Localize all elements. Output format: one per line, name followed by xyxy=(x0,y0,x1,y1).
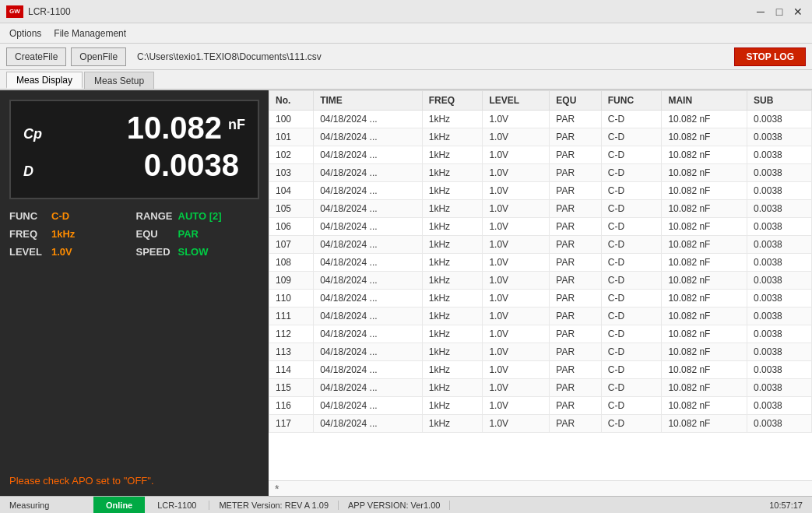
table-cell-sub: 0.0038 xyxy=(747,361,812,379)
table-cell-func: C-D xyxy=(601,379,662,397)
table-cell-level: 1.0V xyxy=(483,254,550,272)
table-cell-main: 10.082 nF xyxy=(662,397,747,415)
table-cell-equ: PAR xyxy=(550,307,601,325)
table-cell-func: C-D xyxy=(601,272,662,290)
table-row[interactable]: 11704/18/2024 ...1kHz1.0VPARC-D10.082 nF… xyxy=(269,415,812,433)
table-cell-func: C-D xyxy=(601,415,662,433)
table-cell-time: 04/18/2024 ... xyxy=(314,128,423,146)
table-row[interactable]: 10804/18/2024 ...1kHz1.0VPARC-D10.082 nF… xyxy=(269,254,812,272)
table-row[interactable]: 10604/18/2024 ...1kHz1.0VPARC-D10.082 nF… xyxy=(269,218,812,236)
table-row[interactable]: 10304/18/2024 ...1kHz1.0VPARC-D10.082 nF… xyxy=(269,164,812,182)
measurement-display: Cp 10.082 nF D 0.0038 xyxy=(9,100,259,199)
table-cell-no: 114 xyxy=(269,361,314,379)
table-cell-level: 1.0V xyxy=(483,164,550,182)
col-header-sub: SUB xyxy=(747,91,812,111)
table-row[interactable]: 11104/18/2024 ...1kHz1.0VPARC-D10.082 nF… xyxy=(269,307,812,325)
tab-bar: Meas Display Meas Setup xyxy=(0,70,812,90)
table-cell-freq: 1kHz xyxy=(422,164,483,182)
table-row[interactable]: 11204/18/2024 ...1kHz1.0VPARC-D10.082 nF… xyxy=(269,325,812,343)
table-row[interactable]: 10204/18/2024 ...1kHz1.0VPARC-D10.082 nF… xyxy=(269,146,812,164)
table-row[interactable]: 10504/18/2024 ...1kHz1.0VPARC-D10.082 nF… xyxy=(269,200,812,218)
app-logo: GW xyxy=(6,5,23,18)
table-cell-freq: 1kHz xyxy=(422,290,483,307)
table-cell-level: 1.0V xyxy=(483,272,550,290)
table-row[interactable]: 11404/18/2024 ...1kHz1.0VPARC-D10.082 nF… xyxy=(269,361,812,379)
tab-meas-setup[interactable]: Meas Setup xyxy=(84,72,154,89)
param-value-freq: 1kHz xyxy=(51,228,75,240)
table-row[interactable]: 10704/18/2024 ...1kHz1.0VPARC-D10.082 nF… xyxy=(269,236,812,254)
param-key-level: LEVEL xyxy=(9,246,47,258)
open-file-button[interactable]: OpenFile xyxy=(71,47,126,66)
table-row[interactable]: 11004/18/2024 ...1kHz1.0VPARC-D10.082 nF… xyxy=(269,290,812,307)
table-cell-func: C-D xyxy=(601,236,662,254)
primary-unit: nF xyxy=(228,112,245,133)
table-cell-freq: 1kHz xyxy=(422,397,483,415)
table-cell-func: C-D xyxy=(601,146,662,164)
table-cell-time: 04/18/2024 ... xyxy=(314,415,423,433)
table-cell-level: 1.0V xyxy=(483,361,550,379)
table-cell-main: 10.082 nF xyxy=(662,290,747,307)
table-cell-no: 103 xyxy=(269,164,314,182)
col-header-level: LEVEL xyxy=(483,91,550,111)
primary-measurement-row: Cp 10.082 nF xyxy=(23,112,245,143)
table-cell-func: C-D xyxy=(601,182,662,200)
create-file-button[interactable]: CreateFile xyxy=(6,47,66,66)
table-row[interactable]: 10404/18/2024 ...1kHz1.0VPARC-D10.082 nF… xyxy=(269,182,812,200)
menu-options[interactable]: Options xyxy=(3,26,47,41)
table-header: No.TIMEFREQLEVELEQUFUNCMAINSUB xyxy=(269,91,812,111)
table-cell-freq: 1kHz xyxy=(422,200,483,218)
table-cell-freq: 1kHz xyxy=(422,146,483,164)
table-cell-func: C-D xyxy=(601,325,662,343)
table-cell-freq: 1kHz xyxy=(422,128,483,146)
table-cell-main: 10.082 nF xyxy=(662,325,747,343)
table-cell-level: 1.0V xyxy=(483,415,550,433)
status-device: LCR-1100 xyxy=(145,501,209,510)
table-cell-equ: PAR xyxy=(550,361,601,379)
table-cell-sub: 0.0038 xyxy=(747,272,812,290)
table-cell-freq: 1kHz xyxy=(422,272,483,290)
table-cell-sub: 0.0038 xyxy=(747,218,812,236)
table-cell-no: 109 xyxy=(269,272,314,290)
table-cell-freq: 1kHz xyxy=(422,343,483,361)
table-row[interactable]: 10104/18/2024 ...1kHz1.0VPARC-D10.082 nF… xyxy=(269,128,812,146)
table-cell-func: C-D xyxy=(601,200,662,218)
table-cell-sub: 0.0038 xyxy=(747,236,812,254)
table-cell-level: 1.0V xyxy=(483,111,550,128)
table-cell-func: C-D xyxy=(601,397,662,415)
status-bar: Measuring Online LCR-1100 METER Version:… xyxy=(0,496,812,513)
table-cell-no: 111 xyxy=(269,307,314,325)
table-row[interactable]: 10004/18/2024 ...1kHz1.0VPARC-D10.082 nF… xyxy=(269,111,812,128)
menu-file-management[interactable]: File Management xyxy=(47,26,132,41)
table-cell-freq: 1kHz xyxy=(422,182,483,200)
maximize-button[interactable]: □ xyxy=(772,4,787,19)
table-cell-main: 10.082 nF xyxy=(662,272,747,290)
minimize-button[interactable]: ─ xyxy=(753,4,768,19)
table-cell-level: 1.0V xyxy=(483,325,550,343)
col-header-func: FUNC xyxy=(601,91,662,111)
table-cell-equ: PAR xyxy=(550,200,601,218)
table-cell-sub: 0.0038 xyxy=(747,325,812,343)
tab-meas-display[interactable]: Meas Display xyxy=(6,72,83,89)
table-row[interactable]: 11504/18/2024 ...1kHz1.0VPARC-D10.082 nF… xyxy=(269,379,812,397)
close-button[interactable]: ✕ xyxy=(790,4,806,19)
table-cell-time: 04/18/2024 ... xyxy=(314,290,423,307)
table-cell-func: C-D xyxy=(601,307,662,325)
table-cell-func: C-D xyxy=(601,290,662,307)
table-cell-freq: 1kHz xyxy=(422,379,483,397)
col-header-main: MAIN xyxy=(662,91,747,111)
stop-log-button[interactable]: STOP LOG xyxy=(734,47,806,66)
table-cell-sub: 0.0038 xyxy=(747,379,812,397)
data-table-container[interactable]: No.TIMEFREQLEVELEQUFUNCMAINSUB 10004/18/… xyxy=(269,90,812,480)
table-row[interactable]: 10904/18/2024 ...1kHz1.0VPARC-D10.082 nF… xyxy=(269,272,812,290)
table-row[interactable]: 11604/18/2024 ...1kHz1.0VPARC-D10.082 nF… xyxy=(269,397,812,415)
table-cell-sub: 0.0038 xyxy=(747,164,812,182)
table-cell-no: 115 xyxy=(269,379,314,397)
table-cell-main: 10.082 nF xyxy=(662,164,747,182)
table-cell-sub: 0.0038 xyxy=(747,290,812,307)
app-title: LCR-1100 xyxy=(28,6,71,17)
table-cell-no: 102 xyxy=(269,146,314,164)
table-row[interactable]: 11304/18/2024 ...1kHz1.0VPARC-D10.082 nF… xyxy=(269,343,812,361)
table-cell-func: C-D xyxy=(601,218,662,236)
secondary-measurement-row: D 0.0038 xyxy=(23,149,245,181)
table-cell-sub: 0.0038 xyxy=(747,415,812,433)
